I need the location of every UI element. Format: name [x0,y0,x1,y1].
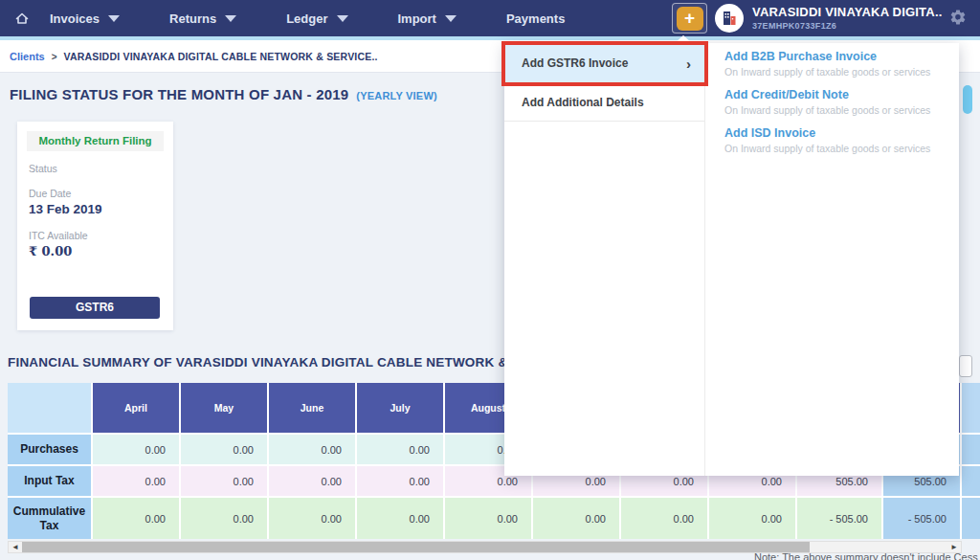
breadcrumb-current-client: VARASIDDI VINAYAKA DIGITAL CABLE NETWORK… [64,51,378,62]
vertical-scrollbar-thumb[interactable] [963,85,972,114]
scrollbar-thumb[interactable] [22,542,810,552]
table-header-cell: April [93,383,179,433]
breadcrumb: Clients > VARASIDDI VINAYAKA DIGITAL CAB… [10,51,378,62]
submenu-link[interactable]: Add B2B Purchase Invoice [724,50,959,63]
add-invoice-plus-container[interactable]: + [672,3,707,34]
filing-status-title: FILING STATUS FOR THE MONTH OF JAN - 201… [10,86,437,102]
table-cell: 0.00 [269,498,355,539]
table-cell: 0.00 [269,466,355,496]
building-icon [721,10,738,27]
breadcrumb-clients-link[interactable]: Clients [10,51,45,62]
monthly-return-filing-card: Monthly Return Filing Status Due Date 13… [17,122,173,330]
gstr6-button[interactable]: GSTR6 [30,297,160,319]
table-cell: 0.00 [181,466,267,496]
submenu-description: On Inward supply of taxable goods or ser… [724,66,959,78]
table-header-cell [962,383,980,433]
itc-available-label: ITC Available [29,230,88,241]
table-row-label: Purchases [8,435,91,464]
nav-item-invoices[interactable]: Invoices [36,0,133,36]
company-block[interactable]: VARASIDDI VINAYAKA DIGITA.. 37EMHPK0733F… [752,5,944,31]
app-window: Clients > VARASIDDI VINAYAKA DIGITAL CAB… [0,0,980,560]
company-gstin: 37EMHPK0733F1Z6 [752,21,944,31]
dropdown-caret [675,35,692,43]
company-name: VARASIDDI VINAYAKA DIGITA.. [752,5,944,19]
home-icon[interactable] [8,0,36,36]
submenu-description: On Inward supply of taxable goods or ser… [724,104,959,116]
table-cell [962,435,980,464]
yearly-view-label[interactable]: (YEARLY VIEW) [356,90,437,101]
company-avatar[interactable] [715,4,744,33]
nav-item-label: Invoices [50,11,100,26]
dropdown-submenu: Add B2B Purchase InvoiceOn Inward supply… [705,43,959,476]
card-header: Monthly Return Filing [27,131,164,151]
filing-status-title-text: FILING STATUS FOR THE MONTH OF JAN - 201… [10,86,348,102]
due-date-value: 13 Feb 2019 [29,202,102,216]
chevron-right-icon: › [686,56,691,72]
table-cell: 0.00 [357,435,443,464]
nav-menu: InvoicesReturnsLedgerImportPayments [8,0,601,36]
nav-item-label: Ledger [286,11,327,26]
submenu-description: On Inward supply of taxable goods or ser… [724,143,959,154]
table-cell: 0.00 [621,498,707,539]
table-note: Note: The above summary doesn't include … [754,551,978,560]
table-header-cell: July [357,383,443,433]
table-cell: 0.00 [269,435,355,464]
nav-item-label: Import [398,11,436,26]
itc-available-value: ₹ 0.00 [29,244,72,258]
table-cell: 0.00 [181,435,267,464]
nav-item-label: Returns [169,11,216,26]
table-cell: 0.00 [533,498,619,539]
submenu-item-add-credit-debit-note[interactable]: Add Credit/Debit NoteOn Inward supply of… [724,88,959,116]
financial-summary-title: FINANCIAL SUMMARY OF VARASIDDI VINAYAKA … [8,355,577,370]
table-cell: 0.00 [181,498,267,539]
table-cell: - 505.00 [797,498,881,539]
status-label: Status [29,163,57,174]
table-cell: 0.00 [93,435,179,464]
menu-item-label: Add GSTR6 Invoice [522,56,628,70]
table-cell: 0.00 [93,466,179,496]
submenu-item-add-b2b-purchase-invoice[interactable]: Add B2B Purchase InvoiceOn Inward supply… [724,50,959,78]
nav-item-ledger[interactable]: Ledger [273,0,361,36]
settings-gear-icon[interactable] [949,9,967,26]
table-header-cell: June [269,383,355,433]
scroll-left-arrow[interactable]: ◄ [9,542,22,552]
table-cell [962,498,980,539]
table-cell: 0.00 [445,498,531,539]
menu-item-add-additional-details[interactable]: Add Additional Details [504,83,704,122]
table-header-cell: May [181,383,267,433]
submenu-link[interactable]: Add Credit/Debit Note [724,88,959,101]
nav-item-payments[interactable]: Payments [493,0,578,36]
nav-item-returns[interactable]: Returns [156,0,250,36]
breadcrumb-separator: > [52,52,57,62]
table-corner-cell [8,383,91,433]
menu-item-label: Add Additional Details [522,96,644,109]
table-cell [962,466,980,496]
table-row-label: Input Tax [8,466,91,496]
nav-accent-strip [0,36,980,40]
chevron-down-icon [225,15,236,22]
chevron-down-icon [445,15,457,22]
submenu-item-add-isd-invoice[interactable]: Add ISD InvoiceOn Inward supply of taxab… [724,126,959,154]
due-date-label: Due Date [29,188,71,199]
table-cell: 0.00 [357,498,443,539]
nav-item-import[interactable]: Import [385,0,470,36]
table-cell: 0.00 [357,466,443,496]
dropdown-menu: Add GSTR6 Invoice›Add Additional Details [504,43,705,476]
table-row-label: Cummulative Tax [8,498,91,539]
add-invoice-dropdown-panel: Add GSTR6 Invoice›Add Additional Details… [504,43,959,476]
table-cell: - 505.00 [883,498,960,539]
chevron-down-icon [337,15,348,22]
menu-item-add-gstr6-invoice[interactable]: Add GSTR6 Invoice› [504,43,704,83]
partially-hidden-control[interactable] [959,355,972,377]
submenu-link[interactable]: Add ISD Invoice [724,126,959,140]
nav-item-label: Payments [506,11,565,26]
top-navbar: InvoicesReturnsLedgerImportPayments + VA… [0,0,980,36]
table-cell: 0.00 [93,498,179,539]
chevron-down-icon [108,15,120,22]
table-cell: 0.00 [709,498,795,539]
plus-button[interactable]: + [677,7,703,31]
